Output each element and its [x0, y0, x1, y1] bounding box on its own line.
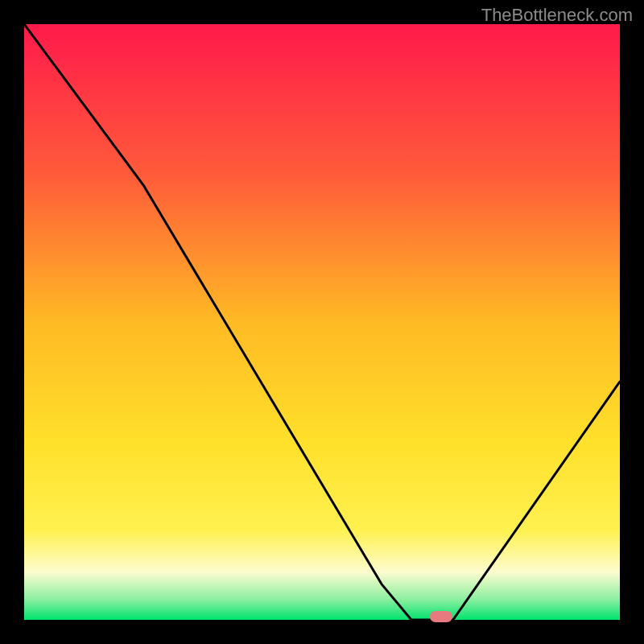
plot-area: [24, 24, 620, 620]
curve-svg: [24, 24, 620, 620]
optimal-marker: [430, 611, 452, 622]
bottleneck-curve: [24, 24, 620, 620]
watermark-text: TheBottleneck.com: [481, 5, 633, 26]
